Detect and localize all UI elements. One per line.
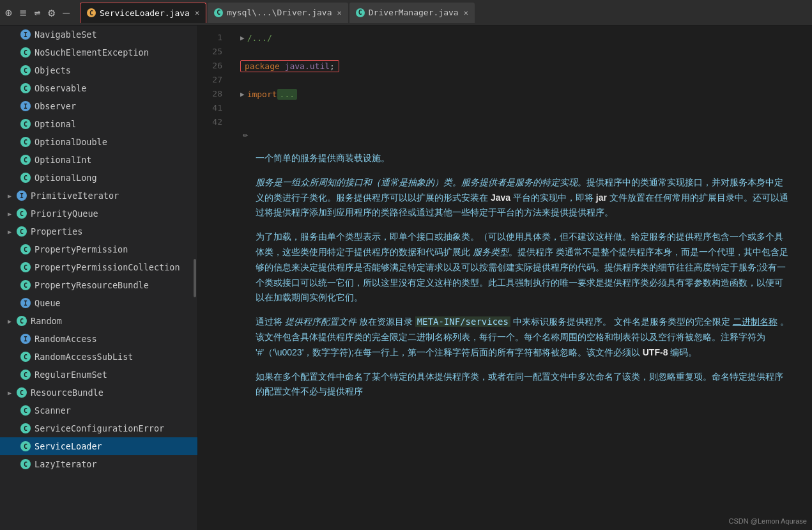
item-label-randomaccesssublist: RandomAccessSubList <box>34 352 133 362</box>
package-declaration: package java.util; <box>240 60 339 72</box>
sidebar-item-regularenumset[interactable]: CRegularEnumSet <box>0 366 197 384</box>
tab-icon-driver: C <box>214 8 223 17</box>
line-num-28: 28 <box>198 87 230 101</box>
sidebar-item-serviceconfigurationerror[interactable]: CServiceConfigurationError <box>0 419 197 437</box>
watermark: CSDN @Lemon Aqurase <box>729 517 807 525</box>
item-icon-optional: C <box>20 119 31 129</box>
item-label-propertypermission: PropertyPermission <box>34 244 128 254</box>
sidebar-item-propertypermission[interactable]: CPropertyPermission <box>0 240 197 258</box>
item-icon-priorityqueue: C <box>17 208 27 219</box>
item-label-nosuchelementexception: NoSuchElementException <box>34 47 149 58</box>
item-label-serviceconfigurationerror: ServiceConfigurationError <box>34 423 164 433</box>
sidebar-item-resourcebundle[interactable]: ▶CResourceBundle <box>0 384 197 401</box>
sidebar-item-optionalint[interactable]: COptionalInt <box>0 151 197 169</box>
sidebar-item-propertyresourcebundle[interactable]: CPropertyResourceBundle <box>0 276 197 294</box>
doc-italic-config: 提供程序配置文件 <box>285 316 356 327</box>
code-line-28: ▶ import ... <box>240 87 802 101</box>
item-label-navigableset: NavigableSet <box>34 29 97 40</box>
tab-icon-serviceloader: C <box>87 8 96 17</box>
expand-arrow-properties: ▶ <box>8 228 11 235</box>
minimize-icon[interactable]: — <box>63 6 70 19</box>
sidebar-item-randomaccess[interactable]: IRandomAccess <box>0 330 197 348</box>
code-line-27 <box>240 73 802 87</box>
line-num-41: 41 <box>198 101 230 115</box>
sidebar-item-random[interactable]: ▶CRandom <box>0 312 197 330</box>
item-label-objects: Objects <box>34 65 71 75</box>
tab-drivermanager[interactable]: C DriverManager.java ✕ <box>349 3 475 23</box>
line-num-25: 25 <box>198 45 230 59</box>
main-area: INavigableSetCNoSuchElementExceptionCObj… <box>0 26 812 530</box>
package-semi: ; <box>330 61 335 71</box>
doc-italic-2: 服务是一组众所周知的接口和（通常是抽象的）类。服务提供者是服务的特定实现。 <box>256 177 586 187</box>
sidebar-item-propertypermissioncollection[interactable]: CPropertyPermissionCollection <box>0 258 197 276</box>
code-line-42 <box>240 115 802 129</box>
code-line-41 <box>240 101 802 115</box>
item-icon-navigableset: I <box>20 29 31 40</box>
sidebar-item-observer[interactable]: IObserver <box>0 97 197 115</box>
sidebar-item-properties[interactable]: ▶CProperties <box>0 222 197 240</box>
expand-arrow-resourcebundle: ▶ <box>8 389 11 396</box>
sidebar-item-queue[interactable]: IQueue <box>0 294 197 312</box>
tab-close-driver[interactable]: ✕ <box>337 8 342 17</box>
item-label-observable: Observable <box>34 83 86 93</box>
code-editor: 1 25 26 27 28 41 42 ▶ /.../ package java… <box>198 26 812 530</box>
doc-underline-binary: 二进制名称 <box>733 316 778 327</box>
sidebar-item-optional[interactable]: COptional <box>0 115 197 133</box>
add-icon[interactable]: ⊕ <box>5 6 12 19</box>
item-label-regularenumset: RegularEnumSet <box>34 370 107 380</box>
toolbar-icons: ⊕ ≡ ⇌ ⚙ — <box>5 6 80 19</box>
sidebar-item-priorityqueue[interactable]: ▶CPriorityQueue <box>0 205 197 222</box>
item-icon-properties: C <box>17 226 27 237</box>
item-icon-optionallong: C <box>20 173 31 183</box>
fold-icon-1[interactable]: ▶ <box>240 34 245 42</box>
item-label-lazyiterator: LazyIterator <box>34 459 97 469</box>
item-label-propertyresourcebundle: PropertyResourceBundle <box>34 280 149 290</box>
tab-icon-drivermanager: C <box>356 8 365 17</box>
sidebar-item-serviceloader[interactable]: CServiceLoader <box>0 437 197 455</box>
item-label-optionalint: OptionalInt <box>34 155 91 165</box>
javadoc-content: 一个简单的服务提供商装载设施。 服务是一组众所周知的接口和（通常是抽象的）类。服… <box>240 143 802 421</box>
sidebar-item-lazyiterator[interactable]: CLazyIterator <box>0 455 197 473</box>
item-label-randomaccess: RandomAccess <box>34 334 97 344</box>
item-label-resourcebundle: ResourceBundle <box>31 387 103 398</box>
scrollbar-indicator[interactable] <box>194 259 196 297</box>
sidebar-item-primitiveiterator[interactable]: ▶IPrimitiveIterator <box>0 187 197 205</box>
import-collapsed: ... <box>277 89 297 100</box>
sidebar-item-nosuchelementexception[interactable]: CNoSuchElementException <box>0 43 197 61</box>
doc-para-5: 如果在多个配置文件中命名了某个特定的具体提供程序类，或者在同一配置文件中多次命名… <box>256 370 789 400</box>
item-icon-serviceconfigurationerror: C <box>20 423 31 433</box>
package-name: java.util <box>285 61 330 71</box>
tab-serviceloader[interactable]: C ServiceLoader.java ✕ <box>80 3 206 23</box>
sidebar-item-navigableset[interactable]: INavigableSet <box>0 26 197 43</box>
tab-close-drivermanager[interactable]: ✕ <box>464 8 468 17</box>
sidebar-item-scanner[interactable]: CScanner <box>0 401 197 419</box>
item-icon-propertypermissioncollection: C <box>20 262 31 272</box>
sidebar-item-randomaccesssublist[interactable]: CRandomAccessSubList <box>0 348 197 366</box>
code-line-1: ▶ /.../ <box>240 31 802 45</box>
item-icon-resourcebundle: C <box>17 387 27 398</box>
item-icon-scanner: C <box>20 405 31 416</box>
list-icon[interactable]: ≡ <box>20 6 27 19</box>
sidebar-item-optionaldouble[interactable]: COptionalDouble <box>0 133 197 151</box>
keyword-import: import <box>247 90 277 99</box>
item-icon-observable: C <box>20 83 31 93</box>
tab-label-serviceloader: ServiceLoader.java <box>100 8 190 18</box>
fold-icon-28[interactable]: ▶ <box>240 90 245 98</box>
code-text-area[interactable]: ▶ /.../ package java.util; ▶ import ... <box>230 26 812 530</box>
item-icon-propertypermission: C <box>20 244 31 254</box>
edit-pencil-icon[interactable]: ✏ <box>243 129 248 139</box>
item-label-optionallong: OptionalLong <box>34 173 97 183</box>
sidebar-item-observable[interactable]: CObservable <box>0 79 197 97</box>
item-icon-nosuchelementexception: C <box>20 47 31 58</box>
line-num-42: 42 <box>198 115 230 129</box>
settings-icon[interactable]: ⚙ <box>48 6 55 19</box>
tab-close-serviceloader[interactable]: ✕ <box>195 8 199 17</box>
code-folded-1: /.../ <box>247 33 272 43</box>
tab-driver[interactable]: C mysql\...\Driver.java ✕ <box>208 3 348 23</box>
doc-bold-jar: jar <box>596 192 607 203</box>
doc-para-4: 通过将 提供程序配置文件 放在资源目录 META-INF/services 中来… <box>256 315 789 360</box>
sidebar-item-optionallong[interactable]: COptionalLong <box>0 169 197 187</box>
sidebar-item-objects[interactable]: CObjects <box>0 61 197 79</box>
item-label-properties: Properties <box>31 226 82 237</box>
swap-icon[interactable]: ⇌ <box>34 6 41 19</box>
